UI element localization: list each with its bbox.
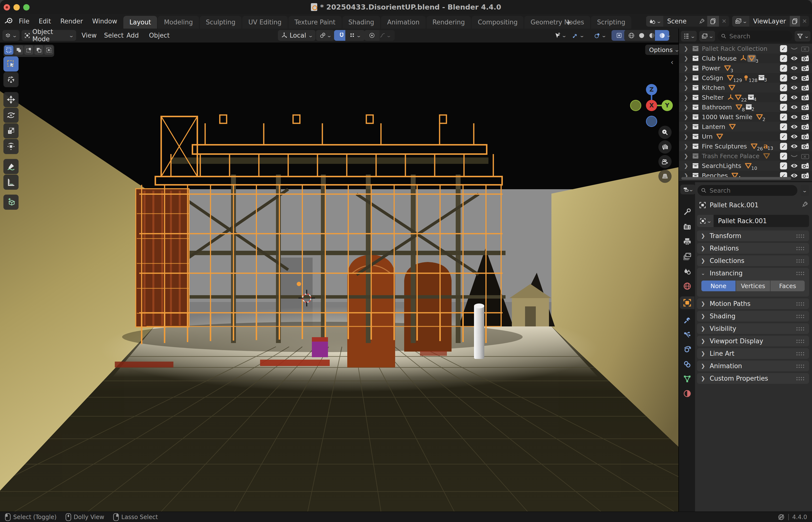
tool-move[interactable] — [3, 92, 19, 107]
disable-render-icon[interactable] — [801, 163, 809, 169]
outliner-row-club-house[interactable]: ❯Club House3✓ — [679, 54, 812, 63]
properties-tab-data[interactable] — [680, 373, 695, 385]
pivot-point-dropdown[interactable]: ⌄ — [316, 30, 335, 41]
select-mode-new[interactable] — [4, 45, 14, 55]
disable-render-icon[interactable] — [801, 84, 809, 91]
gizmo-axis-y-neg[interactable] — [630, 100, 641, 111]
menu-edit[interactable]: Edit — [34, 14, 56, 28]
options-button[interactable]: Options ⌄ — [645, 45, 678, 55]
scene-render[interactable] — [0, 43, 678, 511]
panel-header-collections[interactable]: ❯Collections — [697, 255, 809, 266]
unlink-scene-button[interactable]: ✕ — [719, 16, 729, 27]
menu-file[interactable]: File — [14, 14, 34, 28]
gizmos-dropdown[interactable]: ⌄ — [568, 30, 588, 41]
panel-header-line-art[interactable]: ❯Line Art — [697, 348, 809, 359]
disclosure-chevron-icon[interactable]: ❯ — [684, 163, 692, 169]
collection-name[interactable]: CoSign — [702, 75, 723, 82]
proportional-falloff-dropdown[interactable]: ⌄ — [376, 30, 395, 41]
workspace-tab-modeling[interactable]: Modeling — [158, 16, 199, 28]
collection-name[interactable]: Club House — [702, 55, 736, 62]
hide-eye-icon[interactable] — [790, 65, 798, 71]
instancing-option-none[interactable]: None — [701, 281, 736, 291]
panel-header-custom-properties[interactable]: ❯Custom Properties — [697, 373, 809, 384]
exclude-checkbox[interactable]: ✓ — [780, 114, 787, 121]
outliner-row-urn[interactable]: ❯Urn✓ — [679, 132, 812, 141]
viewport-3d[interactable]: ⌄ Object Mode ⌄ ViewSelectAddObject Loca… — [0, 28, 678, 511]
properties-tab-render[interactable] — [680, 221, 695, 234]
collection-name[interactable]: 1000 Watt Smile — [702, 114, 752, 121]
collection-name[interactable]: Power — [702, 65, 720, 72]
new-scene-button[interactable] — [707, 16, 719, 27]
disable-render-icon[interactable] — [801, 75, 809, 81]
hide-eye-icon[interactable] — [790, 124, 798, 129]
workspace-tab-shading[interactable]: Shading — [342, 16, 380, 28]
collection-name[interactable]: Fire Sculptures — [702, 143, 747, 150]
outliner-search-input[interactable] — [729, 33, 789, 40]
collection-name[interactable]: Pallet Rack Collection — [702, 45, 767, 52]
panel-header-visibility[interactable]: ❯Visibility — [697, 323, 809, 334]
disable-render-icon[interactable] — [801, 173, 809, 179]
disclosure-chevron-icon[interactable]: ❯ — [684, 134, 692, 140]
breadcrumb-object-name[interactable]: Pallet Rack.001 — [710, 201, 758, 209]
gizmo-axis-z[interactable]: Z — [646, 84, 657, 95]
hide-eye-icon[interactable] — [790, 143, 798, 149]
menu-render[interactable]: Render — [56, 14, 88, 28]
select-mode-intersect[interactable] — [44, 45, 54, 55]
properties-tab-tool[interactable] — [680, 205, 695, 218]
properties-options-dropdown[interactable]: ⌄ — [800, 185, 809, 196]
exclude-checkbox[interactable]: ✓ — [780, 84, 787, 91]
scene-name[interactable]: Scene — [663, 16, 698, 27]
blender-logo-icon[interactable] — [4, 16, 14, 27]
workspace-tab-scripting[interactable]: Scripting — [591, 16, 632, 28]
transform-orientation-dropdown[interactable]: Local ⌄ — [278, 30, 316, 41]
collection-name[interactable]: Kitchen — [702, 84, 725, 91]
pan-view-button[interactable] — [658, 140, 672, 154]
collection-name[interactable]: Bathroom — [702, 104, 732, 111]
disclosure-chevron-icon[interactable]: ❯ — [684, 46, 692, 52]
workspace-tab-compositing[interactable]: Compositing — [472, 16, 523, 28]
disable-render-icon[interactable] — [801, 65, 809, 71]
exclude-checkbox[interactable]: ✓ — [780, 65, 787, 72]
workspace-tab-texture-paint[interactable]: Texture Paint — [289, 16, 342, 28]
disclosure-chevron-icon[interactable]: ❯ — [684, 56, 692, 62]
properties-tab-view-layer[interactable] — [680, 250, 695, 263]
properties-tab-object[interactable] — [680, 296, 695, 309]
object-name-field[interactable] — [714, 215, 809, 227]
object-visibility-dropdown[interactable]: ⌄ — [550, 30, 570, 41]
collection-name[interactable]: Trash Fence Palace — [702, 153, 759, 160]
instancing-option-vertices[interactable]: Vertices — [736, 281, 770, 291]
outliner-row-pallet-rack-collection[interactable]: ❯Pallet Rack Collection✓ — [679, 44, 812, 54]
exclude-checkbox[interactable]: ✓ — [780, 123, 787, 130]
mode-dropdown[interactable]: Object Mode ⌄ — [21, 30, 76, 41]
editor-type-button[interactable]: ⌄ — [2, 30, 20, 41]
snap-target-dropdown[interactable]: ⌄ — [345, 30, 365, 41]
workspace-tab-layout[interactable]: Layout — [123, 16, 157, 28]
disclosure-chevron-icon[interactable]: ❯ — [684, 153, 692, 159]
instancing-option-faces[interactable]: Faces — [771, 281, 805, 291]
disable-render-icon-off[interactable] — [801, 153, 809, 159]
pin-icon[interactable] — [698, 16, 707, 27]
properties-tab-constraints[interactable] — [680, 358, 695, 370]
tool-measure[interactable] — [3, 175, 19, 190]
tool-transform[interactable] — [3, 139, 19, 154]
select-mode-subtract[interactable] — [24, 45, 34, 55]
outliner-scrollbar[interactable] — [681, 177, 791, 180]
tool-scale[interactable] — [3, 123, 19, 138]
workspace-tab-uv-editing[interactable]: UV Editing — [242, 16, 288, 28]
outliner-editor-type-button[interactable]: ⌄ — [681, 31, 697, 41]
properties-tab-scene[interactable] — [680, 265, 695, 278]
hide-eye-closed-icon[interactable] — [790, 153, 798, 159]
collection-name[interactable]: Shelter — [702, 94, 724, 101]
outliner-row-searchlights[interactable]: ❯SearchLights10✓ — [679, 161, 812, 170]
hide-eye-icon[interactable] — [790, 75, 798, 81]
pin-icon[interactable] — [801, 201, 809, 209]
tool-annotate[interactable] — [3, 159, 19, 174]
disclosure-chevron-icon[interactable]: ❯ — [684, 124, 692, 130]
view-layer-name[interactable]: ViewLayer — [749, 16, 790, 27]
disclosure-chevron-icon[interactable]: ❯ — [684, 114, 692, 120]
panel-header-transform[interactable]: ❯Transform — [697, 230, 809, 241]
hide-eye-icon[interactable] — [790, 163, 798, 169]
disable-render-icon[interactable] — [801, 123, 809, 130]
collection-name[interactable]: Lantern — [702, 123, 725, 130]
outliner-row-cosign[interactable]: ❯CoSign1291283✓ — [679, 73, 812, 83]
